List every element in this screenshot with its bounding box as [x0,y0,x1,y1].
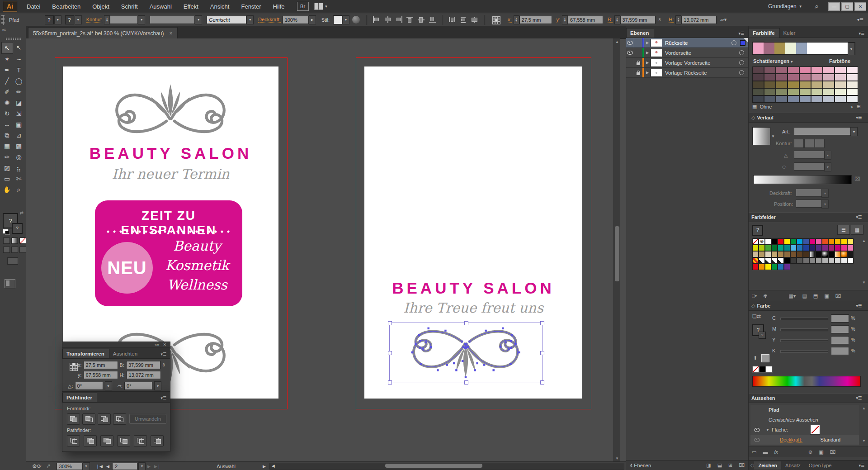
brush-definition-dropdown[interactable]: ▼ [195,15,202,24]
variation-swatch[interactable] [835,81,846,88]
variation-swatch[interactable] [823,95,835,103]
base-color-swatch[interactable] [796,43,807,54]
variation-swatch[interactable] [776,88,788,95]
swatch[interactable] [816,257,822,264]
variation-swatch[interactable] [811,95,823,103]
handle-middle-left[interactable] [388,351,392,355]
handle-top-left[interactable] [388,321,392,325]
tp-x-field[interactable]: 27,5 mm [84,361,118,369]
workspace-switcher[interactable]: Grundlagen ▼ [768,3,802,9]
zoom-level-field[interactable]: 300% [57,463,83,470]
fill-dropdown-button[interactable]: ▼ [54,15,61,24]
umwandeln-button[interactable]: Umwandeln [129,414,166,424]
limit-colors-icon[interactable]: ▦ [752,104,757,109]
channel-slider[interactable] [780,328,828,331]
back-subtitle[interactable]: Ihre Treue freut uns [364,300,582,316]
variation-swatch[interactable] [799,95,811,103]
lock-toggle[interactable] [634,68,642,77]
swatch[interactable] [809,238,816,245]
column-graph-tool[interactable]: ⣦ [13,162,25,173]
gradient-aspect-field[interactable] [794,162,825,171]
scale-tool[interactable]: ⇲ [13,108,25,119]
new-color-group-icon[interactable]: ⬒ [813,293,818,299]
panel-menu-icon[interactable]: ▾☰ [855,29,868,38]
swatch[interactable] [797,245,803,251]
trim-button[interactable] [84,435,97,446]
variation-swatch[interactable] [788,88,799,95]
y-position-label[interactable]: y: [557,17,561,23]
gradient-position-dropdown[interactable]: ▼ [821,199,829,209]
stroke-gradient-along[interactable] [804,139,814,148]
swatch[interactable] [790,245,797,251]
minus-front-button[interactable] [82,413,95,425]
swatch[interactable] [765,238,771,245]
crop-button[interactable] [117,435,130,446]
new-stroke-icon[interactable]: ▭ [752,449,756,455]
swatch[interactable] [809,251,816,257]
panel-menu-icon[interactable]: ▾☰ [852,213,865,221]
variation-swatch[interactable] [752,74,764,81]
channel-value-field[interactable] [831,325,849,333]
collapse-icon[interactable]: «« [155,342,159,347]
gradient-opacity-field[interactable] [796,189,822,197]
color-guide-base-strip[interactable]: ▼ [752,42,855,55]
tab-farbhilfe[interactable]: Farbhilfe [749,28,780,38]
free-transform-tool[interactable]: ▣ [13,119,25,130]
zoom-dropdown[interactable]: ▼ [83,462,90,470]
style-dropdown[interactable]: ▼ [342,15,349,24]
artboard-tool[interactable]: ▭ [1,173,13,184]
shear-field[interactable]: 0° [124,382,152,390]
appearance-scroll-up-icon[interactable]: ▲ [861,405,867,411]
panels-icon[interactable] [5,279,15,288]
swatch[interactable] [765,264,771,270]
swatch[interactable] [790,238,797,245]
menu-ansicht[interactable]: Ansicht [204,0,236,13]
gradient-tool[interactable]: ▩ [13,141,25,152]
stroke-gradient-across[interactable] [815,139,825,148]
swatch[interactable] [809,245,816,251]
mesh-tool[interactable]: ▦ [1,141,13,152]
control-panel-menu-icon[interactable]: ▾☰ [857,17,863,22]
maximize-button[interactable]: ▢ [841,2,853,11]
tab-kuler[interactable]: Kuler [780,28,800,38]
channel-slider[interactable] [780,350,828,353]
appearance-row-path[interactable]: Pfad [750,405,859,415]
gradient-panel-header[interactable]: ◇ Verlauf ▾☰ [749,113,868,123]
menu-effekt[interactable]: Effekt [178,0,204,13]
tp-height-field[interactable]: 13,072 mm [127,371,161,379]
swatch[interactable] [771,238,778,245]
new-swatch-icon[interactable]: ▣ [824,293,829,299]
lock-toggle[interactable] [634,38,642,47]
target-circle-icon[interactable] [731,40,736,45]
swatch[interactable] [822,245,828,251]
handle-middle-right[interactable] [540,351,544,355]
gradient-angle-field[interactable] [794,151,825,159]
menu-fenster[interactable]: Fenster [235,0,267,13]
width-profile-field[interactable]: Gemischt [207,16,246,24]
x-position-label[interactable]: x: [508,17,512,23]
height-field[interactable]: 13,072 mm [681,16,717,24]
opacity-dropdown[interactable]: ▶ [309,15,316,24]
gradient-angle-dropdown[interactable]: ▼ [824,151,831,160]
share-icon[interactable]: ⤤ [47,463,50,470]
opacity-field[interactable]: 100% [283,16,309,24]
base-color-swatch[interactable] [753,43,764,54]
swatch[interactable] [752,251,759,257]
menu-hilfe[interactable]: Hilfe [267,0,291,13]
swatch[interactable] [771,251,778,257]
distribute-spacing-button[interactable] [471,16,479,23]
stroke-weight-stepper[interactable]: ▲▼ [104,15,110,24]
variation-swatch[interactable] [846,88,858,95]
swatch[interactable] [759,245,765,251]
eye-icon[interactable] [754,428,760,432]
swatch[interactable] [841,238,847,245]
transform-panel-header[interactable]: «« ✕ [62,342,170,348]
swatch[interactable] [797,257,803,264]
panel-menu-icon[interactable]: ▾☰ [852,394,865,402]
lock-toggle[interactable] [634,48,642,57]
handle-top-right[interactable] [540,321,544,325]
eraser-tool[interactable]: ◪ [13,97,25,108]
variation-swatch[interactable] [776,81,788,88]
swatch[interactable] [803,238,809,245]
close-icon[interactable]: ✕ [163,342,166,347]
